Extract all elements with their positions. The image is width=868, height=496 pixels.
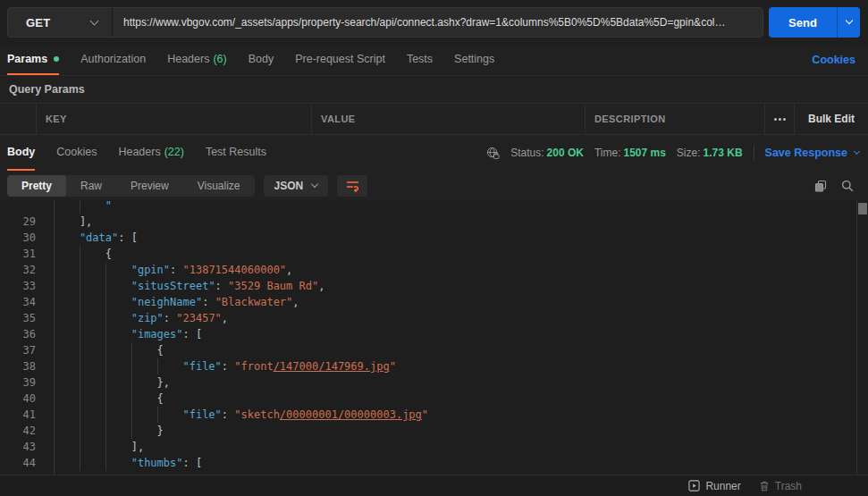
json-token: "sketch [234, 408, 280, 421]
json-token: "neighName" [131, 296, 202, 308]
json-token: "zip" [131, 312, 164, 324]
code-line: 40{ [0, 391, 868, 407]
code-line: 31{ [0, 246, 868, 262]
viewer-icons [814, 180, 855, 192]
line-number: 33 [0, 278, 54, 294]
json-token: }, [157, 376, 170, 389]
line-number: 42 [0, 423, 54, 439]
tab-headers[interactable]: Headers(6) [167, 45, 227, 75]
tab-headers[interactable]: Headers(22) [118, 135, 183, 171]
tab-params[interactable]: Params [7, 45, 59, 75]
json-token: " [390, 360, 396, 373]
json-token: "Blackwater" [215, 296, 293, 308]
tab-authorization[interactable]: Authorization [80, 45, 146, 75]
json-token: : [170, 264, 182, 276]
json-token: "data" [80, 231, 118, 244]
line-number: 31 [0, 246, 54, 262]
line-number: 38 [0, 358, 54, 374]
line-number: 44 [0, 455, 54, 471]
json-token: : [222, 408, 234, 421]
json-link[interactable]: /00000001/00000003.jpg [280, 408, 422, 421]
line-number: 36 [0, 326, 54, 342]
trash-icon [759, 480, 770, 492]
row-select-column [0, 104, 36, 134]
send-options-caret[interactable] [837, 7, 860, 38]
json-token: " [105, 200, 112, 212]
code-line-partial: " [0, 200, 868, 214]
save-response-button[interactable]: Save Response [765, 147, 861, 159]
code-line: 35"zip": "23457", [0, 310, 868, 326]
cookies-link[interactable]: Cookies [812, 54, 855, 66]
tab-test-results[interactable]: Test Results [206, 135, 266, 171]
json-token: : [215, 280, 228, 292]
bulk-edit-button[interactable]: Bulk Edit [794, 104, 868, 134]
code-line: 41"file": "sketch/00000001/00000003.jpg" [0, 407, 868, 423]
indent-guides [54, 374, 157, 391]
view-mode-pretty[interactable]: Pretty [7, 175, 66, 197]
code-line: 30"data": [ [0, 230, 868, 246]
scrollbar-thumb[interactable] [858, 203, 867, 214]
send-label[interactable]: Send [769, 7, 837, 38]
line-number: 30 [0, 230, 54, 246]
view-mode-raw[interactable]: Raw [66, 175, 116, 197]
divider [754, 146, 754, 160]
search-icon[interactable] [841, 180, 854, 192]
tab-label: Tests [407, 53, 433, 65]
tab-label: Pre-request Script [295, 53, 385, 65]
status-badge: Status:200 OK [510, 147, 584, 159]
column-header-description: DESCRIPTION [585, 104, 764, 134]
chevron-down-icon [311, 180, 318, 187]
url-strip: GET [7, 7, 763, 38]
code-line: 44"thumbs": [ [0, 455, 868, 471]
json-token: " [422, 408, 428, 421]
trash-label: Trash [775, 480, 802, 492]
indent-guides [54, 262, 131, 278]
line-number: 41 [0, 407, 54, 423]
tab-tests[interactable]: Tests [407, 45, 433, 75]
copy-icon[interactable] [814, 180, 827, 192]
runner-button[interactable]: Runner [688, 480, 740, 492]
url-input[interactable] [113, 8, 763, 37]
json-token: : [202, 296, 215, 308]
tab-settings[interactable]: Settings [454, 45, 494, 75]
language-dropdown[interactable]: JSON [264, 175, 329, 197]
indent-guides [54, 294, 131, 310]
view-mode-visualize[interactable]: Visualize [183, 175, 255, 197]
send-button[interactable]: Send [769, 7, 860, 38]
json-token: "front [234, 360, 273, 373]
code-line: 37{ [0, 342, 868, 358]
wrap-text-button[interactable] [337, 175, 367, 197]
more-options-icon[interactable] [764, 104, 794, 134]
column-header-value: VALUE [311, 104, 585, 134]
response-body-editor[interactable]: "29],30"data": [31{32"gpin": "1387154406… [0, 200, 868, 475]
tab-label: Settings [454, 53, 494, 65]
runner-icon [688, 480, 700, 492]
line-number: 29 [0, 214, 54, 230]
query-params-title: Query Params [0, 76, 868, 103]
tab-cookies[interactable]: Cookies [56, 135, 97, 171]
json-token: { [157, 392, 164, 405]
code-line: 33"situsStreet": "3529 Baum Rd", [0, 278, 868, 294]
unsaved-changes-dot [54, 56, 59, 62]
trash-button[interactable]: Trash [759, 480, 802, 492]
request-tabs: ParamsAuthorizationHeaders(6)BodyPre-req… [0, 45, 868, 76]
scrollbar-track[interactable] [856, 200, 868, 475]
method-dropdown[interactable]: GET [8, 8, 113, 37]
code-line: 39}, [0, 374, 868, 391]
json-link[interactable]: /147000/147969.jpg [274, 360, 390, 373]
line-number: 35 [0, 310, 54, 326]
indent-guides [54, 214, 80, 230]
indent-guides [54, 278, 131, 294]
code-line: 42} [0, 423, 868, 439]
view-mode-preview[interactable]: Preview [116, 175, 183, 197]
chevron-down-icon [90, 16, 99, 25]
tab-body[interactable]: Body [7, 135, 35, 171]
tab-body[interactable]: Body [249, 45, 274, 75]
json-token: ], [80, 215, 92, 228]
tab-pre-request-script[interactable]: Pre-request Script [295, 45, 385, 75]
view-mode-group: PrettyRawPreviewVisualize [7, 175, 255, 197]
json-token: : [164, 312, 176, 324]
postman-window: GET Send ParamsAuthorizationHeaders(6)Bo… [0, 0, 868, 496]
indent-guides [54, 407, 182, 423]
indent-guides [54, 230, 80, 246]
